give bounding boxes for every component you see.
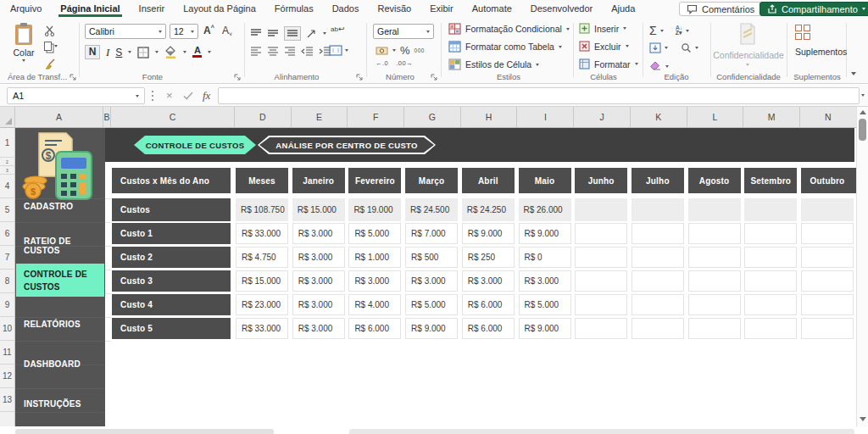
scrollbar-thumb[interactable] [859, 119, 866, 141]
dialog-launcher-icon[interactable] [234, 74, 242, 81]
table-cell[interactable] [688, 294, 741, 315]
table-cell[interactable] [744, 198, 797, 221]
table-cell[interactable]: R$ 33.000 [236, 223, 288, 244]
sensitivity-button[interactable] [731, 23, 765, 45]
table-cell[interactable]: R$ 1.000 [348, 247, 401, 268]
table-cell[interactable]: R$ 9.000 [519, 223, 571, 244]
table-cell[interactable]: R$ 5.000 [519, 294, 571, 315]
column-header-h[interactable]: H [461, 107, 518, 127]
menu-exibir[interactable]: Exibir [428, 1, 455, 17]
menu-layout-da-pa-gina[interactable]: Layout da Página [181, 1, 258, 17]
menu-ajuda[interactable]: Ajuda [609, 1, 637, 17]
table-cell[interactable] [744, 247, 797, 268]
menu-fo-rmulas[interactable]: Fórmulas [273, 1, 315, 17]
table-cell[interactable]: R$ 3.000 [405, 270, 458, 292]
table-cell[interactable]: R$ 5.000 [348, 223, 401, 244]
table-cell[interactable] [575, 223, 627, 244]
column-header-k[interactable]: K [631, 107, 687, 127]
table-cell[interactable] [688, 270, 741, 292]
table-cell[interactable] [632, 223, 684, 244]
table-cell[interactable]: R$ 4.750 [236, 247, 288, 268]
dialog-launcher-icon[interactable] [70, 74, 77, 81]
font-size-select[interactable]: 12 [170, 24, 198, 39]
font-name-select[interactable]: Calibri [85, 24, 166, 39]
table-cell[interactable]: R$ 3.000 [519, 270, 571, 292]
table-cell[interactable]: R$ 9.000 [405, 318, 458, 339]
table-cell[interactable]: R$ 108.750 [236, 198, 288, 221]
row-header-12[interactable]: 12 [0, 364, 15, 388]
sort-filter-icon[interactable]: A↓Z▾ [676, 25, 683, 36]
table-cell[interactable] [575, 318, 627, 339]
column-header-l[interactable]: L [687, 107, 744, 127]
borders-icon[interactable] [137, 47, 149, 58]
table-cell[interactable]: R$ 3.000 [292, 223, 345, 244]
vertical-scrollbar[interactable] [856, 107, 868, 426]
menu-pa-gina-inicial[interactable]: Página Inicial [58, 1, 121, 17]
column-header-g[interactable]: G [404, 107, 461, 127]
addins-button[interactable]: Suplementos [795, 25, 839, 57]
table-cell[interactable] [801, 198, 854, 221]
table-cell[interactable] [688, 318, 741, 339]
table-cell[interactable] [632, 247, 684, 268]
table-cell[interactable] [744, 294, 797, 315]
menu-automate[interactable]: Automate [470, 1, 514, 17]
scroll-down-icon[interactable] [860, 417, 866, 421]
format-cells-button[interactable]: Formatar [579, 58, 638, 70]
menu-desenvolvedor[interactable]: Desenvolvedor [529, 1, 594, 17]
table-cell[interactable]: R$ 33.000 [236, 318, 288, 339]
align-right-icon[interactable] [284, 47, 296, 56]
dialog-launcher-icon[interactable] [431, 74, 438, 81]
column-header-a[interactable]: A [15, 107, 103, 127]
orientation-icon[interactable] [306, 28, 318, 39]
column-header-f[interactable]: F [348, 107, 404, 127]
table-cell[interactable]: R$ 500 [405, 247, 458, 268]
fill-down-icon[interactable] [649, 42, 661, 53]
table-cell[interactable]: R$ 24.500 [405, 198, 458, 221]
collapse-ribbon-icon[interactable] [851, 72, 856, 75]
row-header-10[interactable]: 10 [0, 317, 15, 341]
table-cell[interactable] [632, 198, 684, 221]
table-cell[interactable]: R$ 3.000 [348, 270, 401, 292]
table-cell[interactable]: R$ 6.000 [462, 294, 515, 315]
horizontal-scrollbar[interactable] [15, 429, 274, 434]
column-header-j[interactable]: J [574, 107, 631, 127]
row-header-11[interactable]: 11 [0, 341, 15, 364]
table-cell[interactable] [575, 294, 627, 315]
table-cell[interactable]: R$ 3.000 [292, 247, 345, 268]
table-cell[interactable]: R$ 23.000 [236, 294, 288, 315]
table-cell[interactable] [801, 318, 854, 339]
table-cell[interactable] [801, 270, 854, 292]
comma-style-icon[interactable]: 000 [415, 47, 425, 53]
table-cell[interactable] [575, 270, 627, 292]
dialog-launcher-icon[interactable] [356, 74, 364, 81]
underline-button[interactable]: S [115, 47, 122, 58]
column-header-e[interactable]: E [292, 107, 348, 127]
column-header-i[interactable]: I [518, 107, 575, 127]
align-left-icon[interactable] [250, 47, 262, 56]
column-header-d[interactable]: D [235, 107, 292, 127]
table-cell[interactable] [688, 247, 741, 268]
fx-icon[interactable]: fx [203, 89, 210, 103]
row-header-6[interactable]: 6 [0, 222, 15, 246]
sidebar-item-cadastro[interactable]: CADASTRO [16, 193, 104, 219]
decrease-indent-icon[interactable] [301, 47, 314, 56]
insert-cells-button[interactable]: Inserir [579, 23, 626, 34]
table-cell[interactable]: R$ 6.000 [462, 318, 515, 339]
merge-center-icon[interactable] [329, 45, 342, 56]
share-button[interactable]: Compartilhamento [760, 2, 868, 16]
column-header-c[interactable]: C [111, 107, 235, 127]
table-cell[interactable]: R$ 26.000 [519, 198, 571, 221]
copy-button[interactable] [44, 42, 58, 51]
comments-button[interactable]: Comentários [679, 2, 762, 16]
increase-font-button[interactable]: A^ [203, 25, 214, 36]
table-cell[interactable] [688, 223, 741, 244]
align-top-icon[interactable] [250, 29, 262, 38]
number-format-select[interactable]: Geral [373, 24, 434, 39]
row-header-5[interactable]: 5 [0, 198, 15, 222]
font-color-button[interactable]: A [192, 47, 202, 58]
table-cell[interactable] [688, 198, 741, 221]
row-header-2[interactable]: 2 [0, 158, 15, 166]
table-cell[interactable] [744, 318, 797, 339]
table-cell[interactable]: R$ 0 [519, 247, 571, 268]
accounting-format-icon[interactable] [376, 46, 388, 56]
